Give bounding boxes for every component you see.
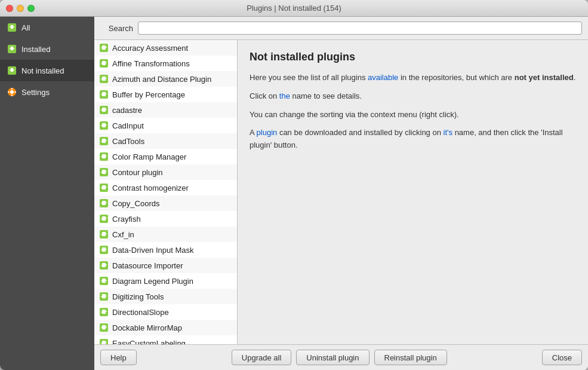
sidebar-item-installed-label: Installed: [21, 45, 50, 54]
plugin-name: Dockable MirrorMap: [112, 323, 182, 332]
close-button[interactable]: Close: [542, 350, 582, 365]
settings-icon: [7, 87, 17, 97]
window-title: Plugins | Not installed (154): [247, 4, 341, 13]
detail-panel: Not installed plugins Here you see the l…: [238, 40, 588, 344]
all-icon: [7, 23, 17, 32]
plugin-icon: [99, 121, 109, 130]
plugin-icon: [99, 292, 109, 301]
plugin-icon: [99, 198, 109, 208]
detail-title: Not installed plugins: [250, 51, 576, 63]
plugin-name: Color Ramp Manager: [112, 152, 186, 161]
sidebar-item-all-label: All: [21, 23, 30, 32]
plugin-icon: [99, 338, 109, 344]
list-item[interactable]: CadInput: [94, 118, 237, 133]
detail-paragraph-4: A plugin can be downloaded and installed…: [250, 127, 576, 152]
plugin-list: Accuracy Assessment Affine Transformatio…: [94, 40, 238, 344]
sidebar: All Installed Not installed: [0, 17, 94, 370]
search-bar: Search: [94, 17, 588, 40]
list-item[interactable]: CadTools: [94, 133, 237, 149]
list-item[interactable]: Crayfish: [94, 211, 237, 227]
traffic-lights: [6, 5, 35, 12]
list-item[interactable]: Azimuth and Distance Plugin: [94, 71, 237, 87]
list-item[interactable]: EasyCustomLabeling: [94, 335, 237, 344]
list-item[interactable]: Datasource Importer: [94, 258, 237, 273]
sidebar-item-not-installed-label: Not installed: [21, 66, 64, 75]
sidebar-item-settings-label: Settings: [21, 88, 50, 97]
plugin-icon: [99, 105, 109, 115]
plugin-icon: [99, 90, 109, 99]
plugin-name: CadTools: [112, 137, 144, 146]
list-item[interactable]: DirectionalSlope: [94, 304, 237, 320]
search-input[interactable]: [138, 22, 582, 35]
plugin-icon: [99, 43, 109, 53]
plugin-name: Buffer by Percentage: [112, 90, 185, 99]
list-item[interactable]: Buffer by Percentage: [94, 87, 237, 102]
plugin-name: Datasource Importer: [112, 261, 183, 270]
main-window: Plugins | Not installed (154) All Instal…: [0, 0, 588, 370]
detail-paragraph-2: Click on the name to see details.: [250, 90, 576, 103]
list-item[interactable]: Dockable MirrorMap: [94, 320, 237, 335]
plugin-name: Data-Driven Input Mask: [112, 246, 194, 255]
plugin-icon: [99, 167, 109, 177]
plugin-icon: [99, 276, 109, 286]
list-item[interactable]: Affine Transformations: [94, 56, 237, 71]
reinstall-plugin-button[interactable]: Reinstall plugin: [374, 350, 447, 365]
bottom-right: Close: [542, 350, 582, 365]
list-item[interactable]: Digitizing Tools: [94, 289, 237, 304]
plugin-icon: [99, 245, 109, 255]
plugin-name: Cxf_in: [112, 230, 134, 239]
plugin-icon: [99, 183, 109, 192]
list-item[interactable]: Copy_Coords: [94, 195, 237, 211]
list-item[interactable]: Diagram Legend Plugin: [94, 273, 237, 289]
plugin-name: cadastre: [112, 106, 142, 115]
plugin-name: Diagram Legend Plugin: [112, 277, 193, 286]
plugin-icon: [99, 152, 109, 161]
title-bar: Plugins | Not installed (154): [0, 0, 588, 17]
plugin-name: Crayfish: [112, 215, 141, 224]
upgrade-all-button[interactable]: Upgrade all: [232, 350, 292, 365]
search-label: Search: [100, 24, 133, 33]
svg-point-4: [10, 90, 14, 94]
plugin-icon: [99, 74, 109, 84]
plugin-icon: [99, 214, 109, 224]
not-installed-icon: [7, 66, 17, 75]
list-item[interactable]: Color Ramp Manager: [94, 149, 237, 164]
bottom-bar: Help Upgrade all Uninstall plugin Reinst…: [94, 344, 588, 370]
installed-icon: [7, 44, 17, 54]
list-item[interactable]: cadastre: [94, 102, 237, 118]
window-body: All Installed Not installed: [0, 17, 588, 370]
list-item[interactable]: Cxf_in: [94, 227, 237, 242]
detail-paragraph-1: Here you see the list of all plugins ava…: [250, 72, 576, 84]
plugin-name: Affine Transformations: [112, 59, 190, 68]
sidebar-item-not-installed[interactable]: Not installed: [0, 60, 94, 81]
plugin-name: Azimuth and Distance Plugin: [112, 75, 211, 84]
plugin-icon: [99, 261, 109, 270]
sidebar-item-installed[interactable]: Installed: [0, 38, 94, 60]
plugin-icon: [99, 230, 109, 239]
plugin-name: Digitizing Tools: [112, 292, 164, 301]
sidebar-item-settings[interactable]: Settings: [0, 81, 94, 103]
bottom-left: Help: [100, 350, 137, 365]
plugin-name: EasyCustomLabeling: [112, 339, 186, 345]
plugin-name: CadInput: [112, 121, 144, 130]
list-item[interactable]: Data-Driven Input Mask: [94, 242, 237, 258]
detail-paragraph-3: You can change the sorting via the conte…: [250, 109, 576, 121]
list-item[interactable]: Contour plugin: [94, 164, 237, 180]
uninstall-plugin-button[interactable]: Uninstall plugin: [296, 350, 369, 365]
list-item[interactable]: Contrast homogenizer: [94, 180, 237, 195]
svg-rect-6: [11, 94, 13, 96]
maximize-button[interactable]: [27, 5, 35, 12]
svg-rect-7: [8, 91, 10, 93]
main-content: Search Accuracy Assessment Affine Transf…: [94, 17, 588, 370]
plugin-icon: [99, 59, 109, 68]
close-button[interactable]: [6, 5, 13, 12]
svg-rect-5: [11, 88, 13, 90]
minimize-button[interactable]: [17, 5, 24, 12]
list-item[interactable]: Accuracy Assessment: [94, 40, 237, 56]
svg-rect-8: [14, 91, 16, 93]
plugin-name: Accuracy Assessment: [112, 44, 188, 53]
help-button[interactable]: Help: [100, 350, 137, 365]
plugin-name: Contour plugin: [112, 168, 163, 177]
bottom-center: Upgrade all Uninstall plugin Reinstall p…: [232, 350, 447, 365]
sidebar-item-all[interactable]: All: [0, 17, 94, 38]
